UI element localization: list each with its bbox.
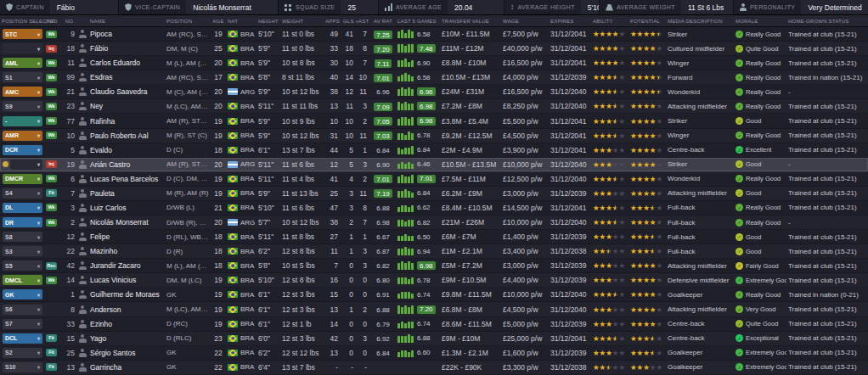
player-name[interactable]: Pipoca xyxy=(88,30,165,38)
col-av-rat[interactable]: AV RAT xyxy=(370,19,396,24)
player-name[interactable]: Mazinho xyxy=(88,247,165,255)
player-name[interactable]: Evaldo xyxy=(88,146,165,154)
col-apps[interactable]: APPS xyxy=(321,19,341,24)
col-morale[interactable]: MORALE xyxy=(734,19,786,24)
player-row[interactable]: DCR ▾ 5 Evaldo D (C) 18 BRA 6'1" 13 st 7… xyxy=(0,143,868,158)
status-icon[interactable]: Fit xyxy=(46,363,57,371)
player-row[interactable]: DMCL ▾ Wk 14 Lucas Vinicius DM, M (LC) 1… xyxy=(0,273,868,288)
player-name[interactable]: Yago xyxy=(88,334,165,343)
captain-value[interactable]: Fábio xyxy=(50,0,118,14)
position-select-dropdown[interactable]: GK ▾ xyxy=(3,289,42,299)
position-select-dropdown[interactable]: DMCR ▾ xyxy=(3,174,42,184)
player-name[interactable]: Paulo Roberto Aal xyxy=(88,132,165,140)
position-select-dropdown[interactable]: AML ▾ xyxy=(3,58,42,68)
player-row[interactable]: S6 ▾ 8 Anderson M (LC), AM (C) 19 BRA 6'… xyxy=(0,302,868,316)
player-name[interactable]: Guilherme de Moraes xyxy=(88,290,165,299)
player-name[interactable]: Luiz Carlos xyxy=(88,204,165,212)
col-height[interactable]: HEIGHT xyxy=(256,19,280,24)
col-nat[interactable]: NAT xyxy=(226,19,256,24)
player-row[interactable]: DL ▾ Wk 3 Luiz Carlos D/WB (L) 21 BRA 5'… xyxy=(0,201,868,215)
position-select-dropdown[interactable]: AMR ▾ xyxy=(3,131,42,141)
position-select-dropdown[interactable]: S3 ▾ xyxy=(3,246,42,256)
col-ast[interactable]: AST xyxy=(357,19,370,24)
player-name[interactable]: Nicolás Monserrat xyxy=(88,218,165,227)
player-row[interactable]: STC ▾ Wk 9 Pipoca AM (RC), ST (C) 19 BRA… xyxy=(0,27,868,42)
player-row[interactable]: AML ▾ Wk 11 Carlos Eduardo M (L), AM (LR… xyxy=(0,56,868,70)
status-icon[interactable]: Wk xyxy=(46,74,57,81)
player-name[interactable]: Sérgio Santos xyxy=(88,349,165,357)
col-home-grown-status[interactable]: HOME-GROWN STATUS xyxy=(786,19,868,24)
col-age[interactable]: AGE xyxy=(211,19,226,24)
player-name[interactable]: Lucas Vinicius xyxy=(88,276,165,284)
status-icon[interactable]: Fit xyxy=(46,349,57,356)
col-last-5-games[interactable]: LAST 5 GAMES xyxy=(396,19,440,24)
position-select-dropdown[interactable]: S6 ▾ xyxy=(3,305,42,315)
position-select-dropdown[interactable]: - ▾ xyxy=(3,116,42,126)
player-row[interactable]: AMR ▾ Wk 10 Paulo Roberto Aal M (R), ST … xyxy=(0,129,868,143)
position-select-dropdown[interactable]: AMC ▾ xyxy=(3,87,42,97)
position-select-dropdown[interactable]: ▾ xyxy=(3,43,42,53)
player-name[interactable]: Ezinho xyxy=(88,320,165,328)
position-select-dropdown[interactable]: STC ▾ xyxy=(3,29,42,39)
position-select-dropdown[interactable]: DR ▾ xyxy=(3,217,42,227)
status-icon[interactable]: Fit xyxy=(46,189,57,197)
player-name[interactable]: Felipe xyxy=(88,232,165,241)
status-icon[interactable]: Wk xyxy=(46,59,57,67)
position-select-dropdown[interactable]: ▾ xyxy=(10,160,42,170)
position-select-dropdown[interactable]: DCR ▾ xyxy=(3,145,42,155)
player-name[interactable]: Esdras xyxy=(88,73,165,81)
status-icon[interactable]: Wk xyxy=(46,103,57,110)
player-row[interactable]: S4 ▾ Fit 7 Pauleta M (R), AM (R) 19 BRA … xyxy=(0,187,868,201)
player-row[interactable]: AMC ▾ Wk 21 Claudio Saavedra M (C), AM (… xyxy=(0,85,868,99)
player-name[interactable]: Fábio xyxy=(88,44,165,53)
position-select-dropdown[interactable]: S5 ▾ xyxy=(3,260,42,271)
status-icon[interactable]: Inj xyxy=(46,160,57,168)
player-name[interactable]: Garrincha xyxy=(88,363,165,372)
status-icon[interactable]: Wk xyxy=(46,31,57,38)
col-ability[interactable]: ABILITY xyxy=(591,19,628,24)
col-gls[interactable]: GLS + xyxy=(341,19,357,24)
player-name[interactable]: Rafinha xyxy=(88,117,165,126)
col-name[interactable]: NAME xyxy=(88,19,165,24)
player-name[interactable]: Anderson xyxy=(88,305,165,314)
col-position[interactable]: POSITION xyxy=(165,19,211,24)
player-row[interactable]: S1 ▾ Wk 99 Esdras AM (RC), ST (C) 17 BRA… xyxy=(0,70,868,85)
position-select-dropdown[interactable]: DL ▾ xyxy=(3,203,42,213)
player-row[interactable]: DCL ▾ Fit 15 Yago D (RLC) 23 BRA 6'0" 12… xyxy=(0,332,868,346)
status-icon[interactable]: Fit xyxy=(46,334,57,342)
col-number[interactable]: NO. xyxy=(61,19,76,24)
position-select-dropdown[interactable]: S10 ▾ xyxy=(3,362,42,372)
status-icon[interactable]: Wk xyxy=(46,88,57,96)
position-select-dropdown[interactable]: S4 ▾ xyxy=(3,188,42,199)
col-potential[interactable]: POTENTIAL xyxy=(628,19,666,24)
position-select-dropdown[interactable]: S7 ▾ xyxy=(3,319,42,329)
status-icon[interactable]: Wk xyxy=(46,175,57,182)
player-name[interactable]: Jurandir Zacaro xyxy=(88,261,165,270)
status-icon[interactable]: Rec xyxy=(46,262,57,270)
player-name[interactable]: Pauleta xyxy=(88,189,165,198)
position-select-dropdown[interactable]: S9 ▾ xyxy=(3,101,42,111)
player-name[interactable]: Ney xyxy=(88,102,165,110)
player-name[interactable]: Carlos Eduardo xyxy=(88,59,165,67)
col-wage[interactable]: WAGE xyxy=(501,19,549,24)
status-icon[interactable]: Wk xyxy=(46,277,57,284)
player-name[interactable]: Claudio Saavedra xyxy=(88,87,165,96)
player-row[interactable]: S2 ▾ Fit 25 Sérgio Santos GK 22 BRA 6'2"… xyxy=(0,346,868,361)
vice-captain-value[interactable]: Nicolás Monserrat xyxy=(186,0,278,14)
status-icon[interactable]: Wk xyxy=(46,219,57,227)
player-name[interactable]: Arián Castro xyxy=(88,160,165,169)
player-row[interactable]: S7 ▾ 33 Ezinho D (RC) 19 BRA 6'1" 12 st … xyxy=(0,317,868,332)
position-select-dropdown[interactable]: S1 ▾ xyxy=(3,72,42,82)
player-row[interactable]: DR ▾ Wk 2 Nicolás Monserrat D/WB (R), DM… xyxy=(0,215,868,230)
col-media-description[interactable]: MEDIA DESCRIPTION xyxy=(666,19,734,24)
status-icon[interactable]: Wk xyxy=(46,117,57,125)
position-select-dropdown[interactable]: S2 ▾ xyxy=(3,348,42,358)
player-row[interactable]: DMCR ▾ Wk 6 Lucas Pena Barcelos D (C), D… xyxy=(0,172,868,187)
status-icon[interactable]: Wk xyxy=(46,204,57,211)
col-position-selected[interactable]: POSITION SELECTED xyxy=(0,19,44,24)
player-row[interactable]: S3 ▾ 22 Mazinho D (R) 18 BRA 6'2" 12 st … xyxy=(0,244,868,259)
status-icon[interactable]: Wk xyxy=(46,132,57,139)
position-select-dropdown[interactable]: DMCL ▾ xyxy=(3,275,42,285)
player-row[interactable]: S8 ▾ 12 Felipe D (RL), WB (R) 18 BRA 5'1… xyxy=(0,230,868,244)
player-row[interactable]: S5 ▾ Rec 42 Jurandir Zacaro M (L), AM (R… xyxy=(0,259,868,273)
